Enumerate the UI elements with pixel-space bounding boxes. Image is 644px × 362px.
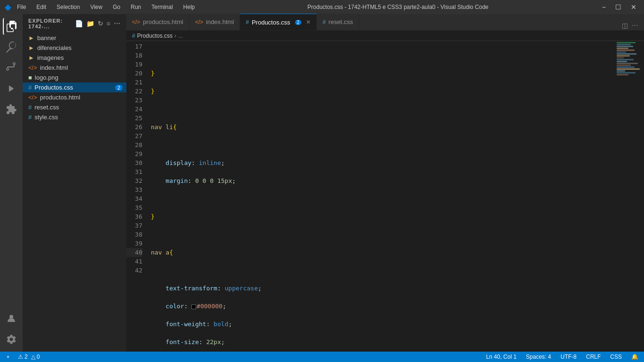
activity-extensions[interactable] bbox=[3, 101, 20, 118]
language-status[interactable]: CSS bbox=[608, 354, 624, 360]
sidebar-item-productos-html[interactable]: </> productos.html bbox=[23, 92, 126, 102]
menu-file[interactable]: File bbox=[15, 3, 28, 11]
tab-file-icon: </> bbox=[132, 19, 140, 25]
menu-run[interactable]: Run bbox=[129, 3, 143, 11]
tab-label: productos.html bbox=[143, 18, 183, 25]
new-file-icon[interactable]: 📄 bbox=[75, 20, 83, 27]
error-icon: ⚠ bbox=[18, 354, 23, 360]
activity-settings[interactable] bbox=[3, 331, 20, 348]
sidebar-item-reset-css[interactable]: # reset.css bbox=[23, 102, 126, 112]
activity-account[interactable] bbox=[3, 310, 20, 327]
tab-reset-css[interactable]: # reset.css bbox=[317, 14, 359, 30]
titlebar-menu: File Edit Selection View Go Run Terminal… bbox=[15, 3, 197, 11]
cursor-position-status[interactable]: Ln 40, Col 1 bbox=[484, 354, 519, 360]
tab-close-button[interactable]: ✕ bbox=[306, 19, 311, 25]
menu-selection[interactable]: Selection bbox=[55, 3, 82, 11]
sidebar-item-label: productos.html bbox=[40, 94, 123, 101]
menu-go[interactable]: Go bbox=[111, 3, 122, 11]
menu-help[interactable]: Help bbox=[182, 3, 197, 11]
bell-icon: 🔔 bbox=[631, 354, 638, 360]
css-file-icon: # bbox=[28, 114, 32, 121]
css-file-icon: # bbox=[28, 104, 32, 111]
code-line-25 bbox=[151, 194, 616, 203]
spaces-status[interactable]: Spaces: 4 bbox=[524, 354, 553, 360]
tab-productos-css[interactable]: # Productos.css 2 ✕ bbox=[240, 14, 317, 30]
activity-explorer[interactable] bbox=[3, 18, 20, 35]
menu-terminal[interactable]: Terminal bbox=[149, 3, 174, 11]
more-tabs-icon[interactable]: ⋯ bbox=[630, 21, 640, 30]
errors-status[interactable]: ⚠ 2 △ 0 bbox=[16, 354, 41, 360]
new-folder-icon[interactable]: 📁 bbox=[86, 20, 95, 27]
menu-view[interactable]: View bbox=[88, 3, 104, 11]
main-layout: EXPLORER: 1742-... 📄 📁 ↻ ≡ ⋯ ► banner ► … bbox=[0, 14, 644, 352]
warning-count: 0 bbox=[37, 354, 40, 360]
sidebar-header: EXPLORER: 1742-... 📄 📁 ↻ ≡ ⋯ bbox=[23, 14, 126, 33]
split-editor-icon[interactable]: ◫ bbox=[620, 21, 630, 30]
code-editor[interactable]: } } nav li{ display: inline; margin: 0 0… bbox=[146, 41, 616, 352]
sidebar-header-icons: 📄 📁 ↻ ≡ ⋯ bbox=[75, 20, 121, 27]
tab-label: reset.css bbox=[329, 18, 353, 25]
window-title: Productos.css - 1742-HTML5 e CSS3 parte2… bbox=[307, 4, 488, 10]
svg-point-0 bbox=[9, 315, 13, 319]
menu-edit[interactable]: Edit bbox=[34, 3, 48, 11]
html-file-icon: </> bbox=[28, 94, 37, 101]
encoding-status[interactable]: UTF-8 bbox=[559, 354, 578, 360]
code-line-19: } bbox=[151, 87, 616, 96]
activity-run[interactable] bbox=[3, 80, 20, 97]
tab-index-html[interactable]: </> index.html bbox=[190, 14, 240, 30]
breadcrumb-sep: › bbox=[174, 33, 176, 39]
sidebar-item-diferenciales[interactable]: ► diferenciales bbox=[23, 43, 126, 53]
activity-bar bbox=[0, 14, 23, 352]
line-ending-status[interactable]: CRLF bbox=[584, 354, 603, 360]
code-line-22 bbox=[151, 140, 616, 149]
code-line-21: nav li{ bbox=[151, 123, 616, 132]
code-line-18: } bbox=[151, 69, 616, 78]
sidebar-title: EXPLORER: 1742-... bbox=[28, 18, 75, 29]
sidebar-item-style-css[interactable]: # style.css bbox=[23, 112, 126, 122]
breadcrumb-filename[interactable]: Productos.css bbox=[137, 33, 173, 39]
editor-area: </> productos.html </> index.html # Prod… bbox=[126, 14, 644, 352]
sidebar-item-index-html[interactable]: </> index.html bbox=[23, 63, 126, 73]
code-line-32: font-weight: bold; bbox=[151, 320, 616, 329]
git-branch-status[interactable]: ⚬ bbox=[4, 354, 12, 360]
code-line-30: text-transform: uppercase; bbox=[151, 284, 616, 293]
tab-file-icon: # bbox=[322, 19, 326, 25]
code-line-29 bbox=[151, 266, 616, 275]
minimap-content bbox=[616, 41, 644, 77]
maximize-button[interactable]: ☐ bbox=[612, 2, 624, 12]
git-branch-icon: ⚬ bbox=[6, 354, 10, 360]
tab-file-icon: </> bbox=[195, 19, 203, 25]
breadcrumb-hash: # bbox=[132, 33, 135, 39]
sidebar-item-productos-css[interactable]: # Productos.css 2 bbox=[23, 82, 126, 92]
tabs-right-controls: ◫ ⋯ bbox=[620, 21, 644, 30]
git-badge: 2 bbox=[115, 85, 123, 90]
language-label: CSS bbox=[610, 354, 622, 360]
sidebar-item-label: imagenes bbox=[37, 54, 123, 61]
folder-icon: ► bbox=[28, 54, 34, 61]
minimize-button[interactable]: − bbox=[599, 2, 609, 12]
sidebar-item-banner[interactable]: ► banner bbox=[23, 33, 126, 43]
notifications-status[interactable]: 🔔 bbox=[629, 354, 640, 360]
more-icon[interactable]: ⋯ bbox=[114, 20, 121, 27]
sidebar-item-label: banner bbox=[37, 34, 123, 41]
breadcrumb-more[interactable]: ... bbox=[178, 33, 183, 39]
code-line-24: margin: 0 0 0 15px; bbox=[151, 176, 616, 185]
tab-label: Productos.css bbox=[252, 19, 290, 26]
sidebar-item-label: index.html bbox=[40, 64, 123, 71]
html-file-icon: </> bbox=[28, 64, 37, 71]
folder-icon: ► bbox=[28, 44, 34, 51]
sidebar-item-imagenes[interactable]: ► imagenes bbox=[23, 53, 126, 63]
activity-search[interactable] bbox=[3, 39, 20, 56]
sidebar-item-logo-png[interactable]: ■ logo.png bbox=[23, 73, 126, 82]
code-container[interactable]: 17 18 19 20 21 22 23 24 25 26 27 28 29 3… bbox=[126, 41, 644, 352]
refresh-icon[interactable]: ↻ bbox=[98, 20, 104, 27]
tab-productos-html[interactable]: </> productos.html bbox=[126, 14, 190, 30]
collapse-icon[interactable]: ≡ bbox=[107, 20, 111, 27]
titlebar: ◆ File Edit Selection View Go Run Termin… bbox=[0, 0, 644, 14]
vscode-logo-icon: ◆ bbox=[5, 2, 11, 12]
close-button[interactable]: ✕ bbox=[628, 2, 639, 12]
tab-label: index.html bbox=[206, 18, 234, 25]
activity-source-control[interactable] bbox=[3, 59, 20, 76]
statusbar-left: ⚬ ⚠ 2 △ 0 bbox=[4, 354, 41, 360]
code-line-31: color: #000000; bbox=[151, 302, 616, 311]
